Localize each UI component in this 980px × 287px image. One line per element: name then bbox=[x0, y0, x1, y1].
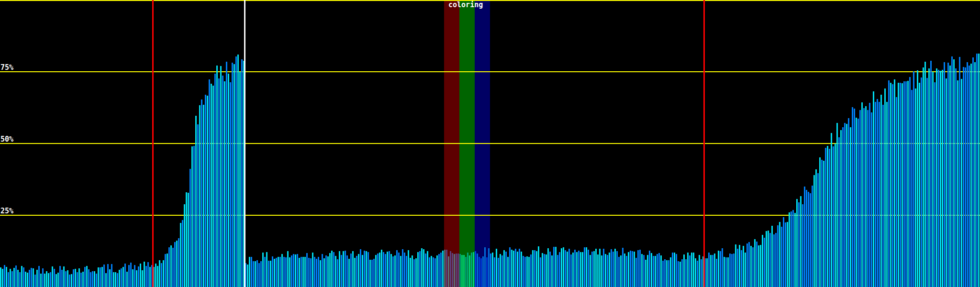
y-axis-label-25: 25% bbox=[0, 207, 13, 215]
y-axis-label-75: 75% bbox=[0, 64, 13, 71]
y-axis-label-50: 50% bbox=[0, 135, 13, 143]
histogram-chart: 75%50%25% coloring bbox=[0, 0, 980, 287]
y-axis-labels-layer: 75%50%25% bbox=[0, 0, 980, 287]
coloring-label: coloring bbox=[448, 1, 483, 9]
